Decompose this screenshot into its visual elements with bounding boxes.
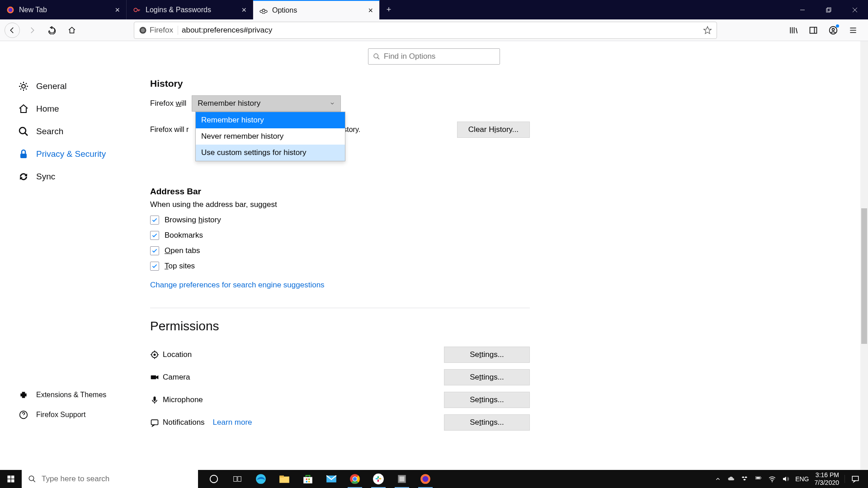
checkbox-browsing-history[interactable]: Browsing history xyxy=(150,216,530,225)
svg-rect-17 xyxy=(151,375,156,379)
settings-button-notifications[interactable]: Settings... xyxy=(444,414,530,431)
settings-button-camera[interactable]: Settings... xyxy=(444,369,530,385)
find-placeholder: Find in Options xyxy=(384,52,435,61)
slack-icon[interactable] xyxy=(370,470,387,488)
tab-logins[interactable]: Logins & Passwords × xyxy=(127,0,253,19)
svg-point-25 xyxy=(210,475,218,483)
minimize-button[interactable] xyxy=(789,0,816,19)
svg-point-24 xyxy=(29,476,34,481)
close-window-button[interactable] xyxy=(842,0,868,19)
tab-new-tab[interactable]: New Tab × xyxy=(0,0,127,19)
explorer-icon[interactable] xyxy=(276,470,293,488)
svg-point-6 xyxy=(141,28,145,32)
taskview-icon[interactable] xyxy=(229,470,246,488)
sidebar-item-search[interactable]: Search xyxy=(18,126,108,137)
back-button[interactable] xyxy=(5,23,20,38)
taskbar-clock[interactable]: 3:16 PM 7/3/2020 xyxy=(815,471,840,487)
sidebar-item-label: Privacy & Security xyxy=(36,149,106,159)
dropbox-icon[interactable] xyxy=(741,475,749,483)
sidebar-icon[interactable] xyxy=(807,23,820,37)
puzzle-icon xyxy=(18,389,29,400)
store-icon[interactable] xyxy=(299,470,316,488)
history-mode-dropdown: Remember history Never remember history … xyxy=(195,112,345,161)
location-icon xyxy=(150,350,163,359)
sidebar-item-extensions[interactable]: Extensions & Themes xyxy=(18,389,106,400)
wifi-icon[interactable] xyxy=(768,475,776,483)
history-mode-select[interactable]: Remember history xyxy=(192,95,341,112)
checkbox-open-tabs[interactable]: Open tabs xyxy=(150,246,530,255)
window-controls xyxy=(789,0,868,19)
library-icon[interactable] xyxy=(787,23,800,37)
firefox-icon xyxy=(6,6,14,14)
settings-button-location[interactable]: Settings... xyxy=(444,347,530,363)
firefox-taskbar-icon[interactable] xyxy=(417,470,434,488)
onedrive-icon[interactable] xyxy=(727,475,736,483)
svg-point-1 xyxy=(9,8,13,12)
history-option-never[interactable]: Never remember history xyxy=(196,128,345,145)
close-icon[interactable]: × xyxy=(368,6,373,14)
sidebar-item-privacy[interactable]: Privacy & Security xyxy=(18,149,108,160)
tray-expand-icon[interactable] xyxy=(714,475,722,483)
tab-options[interactable]: Options × xyxy=(253,0,380,19)
sidebar-item-general[interactable]: General xyxy=(18,81,108,92)
gear-icon xyxy=(18,81,29,92)
sidebar-item-label: Sync xyxy=(36,172,55,182)
preferences-sidebar: General Home Search Privacy & Security S… xyxy=(0,65,108,434)
battery-icon[interactable] xyxy=(755,475,763,483)
checkbox-bookmarks[interactable]: Bookmarks xyxy=(150,231,530,240)
sidebar-item-home[interactable]: Home xyxy=(18,103,108,114)
svg-rect-30 xyxy=(279,475,284,477)
home-button[interactable] xyxy=(64,23,80,38)
settings-button-microphone[interactable]: Settings... xyxy=(444,392,530,408)
bookmark-star-icon[interactable] xyxy=(703,26,712,35)
forward-button[interactable] xyxy=(24,23,40,38)
close-icon[interactable]: × xyxy=(241,6,246,14)
app-menu-icon[interactable] xyxy=(846,23,860,37)
cortana-icon[interactable] xyxy=(205,470,222,488)
history-option-remember[interactable]: Remember history xyxy=(196,112,345,128)
sidebar-item-support[interactable]: Firefox Support xyxy=(18,409,106,420)
sidebar-item-sync[interactable]: Sync xyxy=(18,171,108,182)
action-center-icon[interactable] xyxy=(844,475,865,483)
addressbar-desc: When using the address bar, suggest xyxy=(150,200,530,209)
vertical-scrollbar[interactable] xyxy=(860,41,868,470)
svg-rect-4 xyxy=(827,8,831,11)
volume-icon[interactable] xyxy=(782,475,790,483)
find-in-options-input[interactable]: Find in Options xyxy=(368,48,500,65)
svg-rect-21 xyxy=(11,476,14,479)
sidebar-item-label: Extensions & Themes xyxy=(36,391,106,399)
checkbox-label: Browsing history xyxy=(165,216,221,225)
taskbar-search[interactable]: Type here to search xyxy=(22,470,198,488)
permission-label: Location xyxy=(163,350,192,359)
reload-button[interactable] xyxy=(44,23,60,38)
url-bar[interactable]: Firefox about:preferences#privacy xyxy=(134,22,717,39)
history-option-custom[interactable]: Use custom settings for history xyxy=(196,145,345,161)
account-icon[interactable] xyxy=(826,23,840,37)
clear-history-button[interactable]: Clear History... xyxy=(457,122,530,138)
maximize-button[interactable] xyxy=(816,0,842,19)
close-icon[interactable]: × xyxy=(115,6,120,14)
camera-icon xyxy=(150,373,163,382)
edge-icon[interactable] xyxy=(252,470,269,488)
firefox-icon xyxy=(139,26,147,34)
start-button[interactable] xyxy=(0,470,22,488)
language-indicator[interactable]: ENG xyxy=(795,475,809,483)
identity-box[interactable]: Firefox xyxy=(139,26,178,35)
new-tab-button[interactable]: + xyxy=(380,0,398,19)
svg-rect-45 xyxy=(377,476,379,479)
scrollbar-thumb[interactable] xyxy=(861,208,867,344)
security-icon[interactable] xyxy=(393,470,410,488)
search-icon xyxy=(373,53,380,60)
learn-more-link[interactable]: Learn more xyxy=(213,418,252,427)
checkbox-top-sites[interactable]: Top sites xyxy=(150,262,530,271)
svg-rect-46 xyxy=(377,479,379,482)
sidebar-item-label: Home xyxy=(36,104,59,114)
search-icon xyxy=(28,475,36,483)
search-suggestions-link[interactable]: Change preferences for search engine sug… xyxy=(150,281,325,290)
addressbar-section-title: Address Bar xyxy=(150,187,530,197)
svg-rect-7 xyxy=(810,27,817,33)
chrome-icon[interactable] xyxy=(346,470,363,488)
mail-icon[interactable] xyxy=(323,470,340,488)
svg-point-12 xyxy=(19,127,26,134)
taskbar-apps xyxy=(205,470,434,488)
